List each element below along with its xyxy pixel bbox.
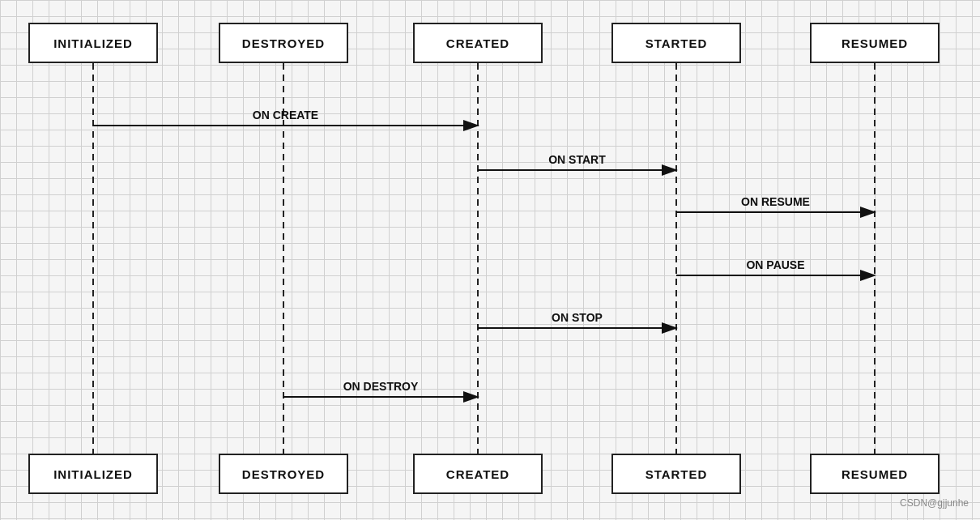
diagram-container: ON CREATEON STARTON RESUMEON PAUSEON STO… xyxy=(0,0,980,520)
state-box-destroyed-bottom: DESTROYED xyxy=(219,454,348,494)
arrow-label-on-stop: ON STOP xyxy=(552,311,603,324)
state-box-started-top: STARTED xyxy=(611,23,741,63)
watermark: CSDN@gjjunhe xyxy=(900,497,969,509)
arrow-label-on-pause: ON PAUSE xyxy=(746,258,804,271)
state-box-created-bottom: CREATED xyxy=(413,454,543,494)
arrow-label-on-create: ON CREATE xyxy=(253,109,318,121)
arrow-label-on-resume: ON RESUME xyxy=(741,195,810,208)
state-box-started-bottom: STARTED xyxy=(611,454,741,494)
state-box-initialized-bottom: INITIALIZED xyxy=(28,454,158,494)
arrow-label-on-start: ON START xyxy=(548,153,606,166)
state-box-created-top: CREATED xyxy=(413,23,543,63)
state-box-destroyed-top: DESTROYED xyxy=(219,23,348,63)
arrow-label-on-destroy: ON DESTROY xyxy=(343,380,419,393)
state-box-resumed-bottom: RESUMED xyxy=(810,454,940,494)
state-box-resumed-top: RESUMED xyxy=(810,23,940,63)
state-box-initialized-top: INITIALIZED xyxy=(28,23,158,63)
svg-layer: ON CREATEON STARTON RESUMEON PAUSEON STO… xyxy=(0,0,980,520)
